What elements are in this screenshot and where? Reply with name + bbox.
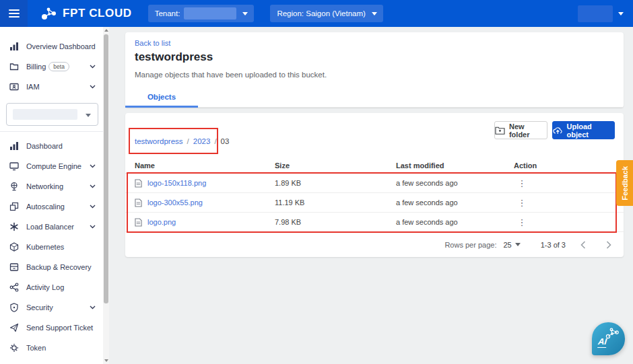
beta-badge: beta bbox=[48, 62, 69, 71]
scroll-down-button[interactable] bbox=[103, 357, 109, 364]
chevron-down-icon bbox=[372, 12, 377, 15]
chevron-down-icon bbox=[242, 12, 248, 15]
feedback-tab[interactable]: Feedback bbox=[616, 160, 633, 206]
sidebar-item-compute-engine[interactable]: Compute Engine bbox=[0, 156, 109, 176]
fpt-cloud-console: FPT CLOUD Tenant: Region: Saigon (Vietna… bbox=[0, 0, 633, 364]
sidebar-item-overview-dashboard[interactable]: Overview Dashboard bbox=[0, 36, 109, 57]
sidebar: Overview Dashboard Billing beta IAM Dash… bbox=[0, 27, 109, 364]
id-card-icon bbox=[9, 82, 19, 92]
chevron-down-icon bbox=[90, 225, 96, 229]
bar-chart-icon bbox=[9, 42, 19, 51]
cloud-upload-icon bbox=[553, 126, 563, 135]
row-actions-menu-button[interactable]: ⋮ bbox=[515, 178, 529, 188]
sidebar-divider bbox=[0, 131, 109, 132]
scrollbar-thumb[interactable] bbox=[104, 34, 108, 303]
cube-icon bbox=[9, 242, 19, 252]
sidebar-item-iam[interactable]: IAM bbox=[0, 77, 109, 97]
brand-logo[interactable]: FPT CLOUD bbox=[40, 5, 132, 22]
object-link[interactable]: logo-150x118.png bbox=[147, 179, 206, 187]
chevron-down-icon bbox=[90, 205, 96, 209]
billing-icon bbox=[9, 62, 19, 71]
object-size: 11.19 KB bbox=[275, 198, 396, 207]
object-link[interactable]: logo.png bbox=[147, 218, 176, 226]
objects-card: New folder Upload object testwordpress /… bbox=[125, 113, 624, 257]
folder-plus-icon bbox=[495, 126, 505, 135]
gear-icon bbox=[9, 343, 19, 353]
page-title: testwordpress bbox=[135, 50, 213, 64]
breadcrumb-bucket-link[interactable]: testwordpress bbox=[135, 137, 183, 145]
brand-name: FPT CLOUD bbox=[63, 7, 132, 20]
file-icon bbox=[135, 179, 142, 188]
account-redacted bbox=[578, 5, 613, 22]
object-link[interactable]: logo-300x55.png bbox=[147, 198, 203, 207]
previous-page-button[interactable] bbox=[580, 241, 586, 249]
hamburger-menu-button[interactable] bbox=[0, 0, 28, 27]
topbar: FPT CLOUD Tenant: Region: Saigon (Vietna… bbox=[0, 0, 633, 27]
region-selector[interactable]: Region: Saigon (Vietnam) bbox=[270, 5, 382, 22]
page-subtitle: Manage objects that have been uploaded t… bbox=[135, 71, 327, 79]
sidebar-item-token[interactable]: Token bbox=[0, 338, 109, 358]
chevron-down-icon bbox=[515, 243, 521, 246]
row-actions-menu-button[interactable]: ⋮ bbox=[515, 198, 529, 208]
sidebar-item-autoscaling[interactable]: Autoscaling bbox=[0, 196, 109, 217]
triangle-up-icon bbox=[104, 29, 108, 32]
tab-objects[interactable]: Objects bbox=[125, 87, 198, 108]
asterisk-icon bbox=[9, 222, 19, 231]
archive-icon bbox=[9, 262, 19, 272]
bucket-header-card: Back to list testwordpress Manage object… bbox=[125, 32, 624, 108]
column-size: Size bbox=[275, 161, 396, 170]
chevron-down-icon bbox=[90, 184, 96, 188]
project-select[interactable] bbox=[6, 103, 98, 126]
rows-per-page-label: Rows per page: bbox=[444, 241, 496, 249]
file-icon bbox=[135, 198, 142, 207]
object-size: 1.89 KB bbox=[275, 179, 396, 187]
ai-label: AI bbox=[597, 336, 607, 348]
share-nodes-icon bbox=[9, 283, 19, 292]
sidebar-item-billing[interactable]: Billing beta bbox=[0, 57, 109, 77]
object-modified: a few seconds ago bbox=[396, 218, 514, 226]
object-modified: a few seconds ago bbox=[396, 198, 514, 207]
pagination: Rows per page: 25 1-3 of 3 bbox=[125, 232, 624, 257]
row-actions-menu-button[interactable]: ⋮ bbox=[515, 217, 529, 227]
object-size: 7.98 KB bbox=[275, 218, 396, 226]
rows-per-page-select[interactable]: 25 bbox=[503, 241, 520, 249]
back-to-list-link[interactable]: Back to list bbox=[135, 39, 170, 47]
tenant-label: Tenant: bbox=[155, 9, 180, 17]
bar-chart-icon bbox=[9, 141, 19, 151]
monitor-icon bbox=[9, 161, 19, 171]
sidebar-scrollbar bbox=[103, 27, 109, 364]
page-range: 1-3 of 3 bbox=[541, 241, 566, 249]
column-name: Name bbox=[135, 161, 275, 170]
tenant-selector[interactable]: Tenant: bbox=[148, 5, 255, 22]
sidebar-item-security[interactable]: Security bbox=[0, 297, 109, 318]
sidebar-item-load-balancer[interactable]: Load Balancer bbox=[0, 217, 109, 237]
sidebar-item-backup-recovery[interactable]: Backup & Recovery bbox=[0, 257, 109, 277]
sidebar-item-kubernetes[interactable]: Kubernetes bbox=[0, 237, 109, 257]
next-page-button[interactable] bbox=[606, 241, 611, 249]
sidebar-item-networking[interactable]: Networking bbox=[0, 176, 109, 196]
ai-chat-bubble[interactable]: AI bbox=[592, 322, 625, 355]
upload-object-button[interactable]: Upload object bbox=[552, 121, 615, 139]
sidebar-item-dashboard[interactable]: Dashboard bbox=[0, 136, 109, 156]
triangle-down-icon bbox=[104, 359, 108, 362]
tab-bar: Objects bbox=[125, 87, 624, 108]
paper-plane-icon bbox=[9, 323, 19, 332]
breadcrumb-current: 03 bbox=[221, 137, 230, 145]
account-menu[interactable] bbox=[578, 5, 624, 22]
globe-icon bbox=[9, 182, 19, 191]
chevron-down-icon bbox=[90, 85, 96, 89]
shield-icon bbox=[9, 303, 19, 312]
chevron-down-icon bbox=[618, 12, 624, 15]
region-label: Region: Saigon (Vietnam) bbox=[277, 9, 365, 17]
breadcrumb-separator: / bbox=[214, 137, 216, 145]
column-action: Action bbox=[514, 161, 624, 170]
breadcrumb-folder-link[interactable]: 2023 bbox=[193, 137, 211, 145]
chevron-down-icon bbox=[90, 65, 96, 69]
scroll-up-button[interactable] bbox=[103, 27, 109, 34]
object-modified: a few seconds ago bbox=[396, 179, 514, 187]
sidebar-item-activity-log[interactable]: Activity Log bbox=[0, 277, 109, 297]
column-last-modified: Last modified bbox=[396, 161, 514, 170]
new-folder-button[interactable]: New folder bbox=[494, 121, 547, 139]
sidebar-item-send-support-ticket[interactable]: Send Support Ticket bbox=[0, 318, 109, 338]
chevron-down-icon bbox=[90, 305, 96, 310]
